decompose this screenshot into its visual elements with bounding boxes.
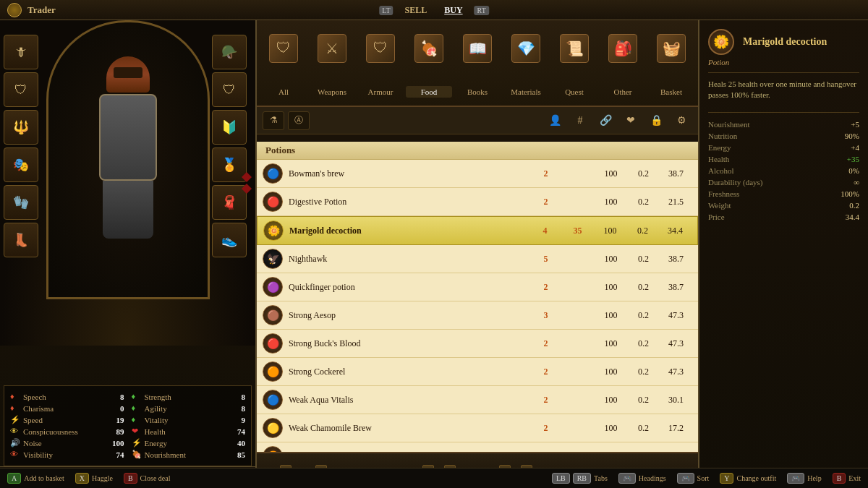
equip-slot-spear[interactable]: 🔱 — [4, 110, 38, 145]
filter-btn-1[interactable]: ⚗ — [263, 111, 284, 130]
item-icon: 🔴 — [263, 192, 283, 212]
equip-slot-shield[interactable]: 🛡 — [4, 72, 38, 107]
stat-charisma: ♦ Charisma 0 — [10, 403, 124, 414]
tab-label-quest[interactable]: Quest — [551, 86, 597, 98]
tab-quest[interactable]: 📜 — [551, 24, 597, 74]
tab-armour[interactable]: 🛡 — [357, 24, 404, 74]
tab-all[interactable]: 🛡 — [260, 24, 307, 74]
equip-slot-sword[interactable]: 🗡 — [4, 35, 38, 69]
stat-val: +4 — [851, 143, 859, 152]
stat-health: ❤ Health 74 — [132, 427, 246, 437]
table-row[interactable]: 🔵 Weak Aqua Vitalis 2 100 0.2 30.1 — [257, 386, 698, 414]
tab-label-all[interactable]: All — [260, 86, 307, 98]
nav-arrow-down[interactable] — [242, 184, 252, 194]
action-close-deal[interactable]: B Close deal — [124, 473, 171, 484]
equip-slot-badge[interactable]: 🔰 — [212, 110, 247, 145]
health-label: Health — [145, 427, 225, 436]
tab-basket[interactable]: 🧺 — [648, 24, 694, 74]
stat-name: Nourishment — [708, 120, 749, 129]
health-value: 74 — [227, 427, 245, 436]
item-icon: 🟠 — [263, 361, 283, 382]
stat-name: Durability (days) — [708, 178, 762, 187]
tab-label-materials[interactable]: Materials — [503, 86, 549, 98]
stat-val: 0% — [848, 166, 859, 175]
item-col2: 100 — [595, 197, 627, 207]
tab-label-books[interactable]: Books — [454, 86, 501, 98]
lt-badge: LT — [379, 6, 393, 15]
action-headings[interactable]: 🎮 Headings — [618, 473, 666, 484]
tab-materials[interactable]: 💎 — [503, 24, 549, 74]
equip-slot-shoes[interactable]: 👟 — [212, 223, 247, 257]
action-exit[interactable]: B Exit — [833, 473, 861, 484]
tab-materials-icon: 💎 — [511, 34, 540, 63]
table-row[interactable]: 🟤 Strong Aesop 3 100 0.2 47.3 — [257, 301, 698, 330]
table-row[interactable]: 🔴 Digestive Potion 2 100 0.2 21.5 — [257, 188, 698, 216]
table-row[interactable]: 🔴 Strong Buck's Blood 2 100 0.2 47.3 — [257, 330, 698, 358]
item-icon: 🔵 — [263, 390, 283, 410]
charisma-label: Charisma — [23, 404, 103, 413]
tab-food[interactable]: 🍖 — [406, 24, 452, 74]
item-table[interactable]: Potions 🔵 Bowman's brew 2 100 0.2 38.7 🔴… — [257, 142, 698, 452]
char-body — [99, 94, 157, 181]
speech-value: 8 — [106, 393, 124, 401]
filter-btn-2[interactable]: Ⓐ — [288, 111, 310, 130]
table-row-selected[interactable]: 🌼 Marigold decoction 4 35 100 0.2 34.4 — [257, 216, 698, 245]
table-row[interactable]: 🔵 Bowman's brew 2 100 0.2 38.7 — [257, 160, 698, 188]
equip-slot-mask[interactable]: 🎭 — [4, 147, 38, 182]
item-col3: 0.2 — [627, 367, 660, 377]
item-name: Bowman's brew — [289, 168, 529, 179]
noise-icon: 🔊 — [10, 438, 20, 448]
tab-label-food[interactable]: Food — [406, 86, 452, 98]
item-detail-type: Potion — [708, 58, 859, 67]
action-add-basket[interactable]: A Add to basket — [7, 473, 64, 484]
action-help[interactable]: 🎮 Help — [787, 473, 821, 484]
filter-icon-3: 🔗 — [595, 111, 616, 130]
tab-books[interactable]: 📖 — [454, 24, 501, 74]
stat-name: Alcohol — [708, 166, 733, 175]
equip-slot-helmet[interactable]: 🪖 — [212, 35, 247, 69]
stats-grid: ♦ Speech 8 ♦ Strength 8 ♦ Charisma 0 ♦ A… — [10, 392, 245, 460]
tab-label-other[interactable]: Other — [600, 86, 646, 98]
equip-slot-glove[interactable]: 🧤 — [4, 185, 38, 220]
item-col2: 100 — [595, 367, 627, 377]
filter-icon-2: # — [569, 111, 591, 130]
action-haggle[interactable]: X Haggle — [75, 473, 113, 484]
action-sort[interactable]: 🎮 Sort — [677, 473, 710, 484]
equip-slot-boot[interactable]: 👢 — [4, 223, 38, 257]
speech-label: Speech — [23, 393, 103, 401]
item-qty: 2 — [529, 395, 562, 406]
nav-arrow-up[interactable] — [242, 172, 252, 182]
filter-icon-6: ⚙ — [671, 111, 692, 130]
table-section-potions: Potions — [257, 142, 698, 160]
add-basket-badge: A — [7, 473, 21, 484]
tab-label-weapons[interactable]: Weapons — [309, 86, 355, 98]
table-row[interactable]: 🟣 Quickfinger potion 2 100 0.2 38.7 — [257, 273, 698, 301]
tabs-label: Tabs — [594, 474, 608, 482]
equip-slot-armor[interactable]: 🛡 — [212, 72, 247, 107]
tab-other[interactable]: 🎒 — [600, 24, 646, 74]
speech-icon: ♦ — [10, 392, 20, 402]
table-row[interactable]: 🟠 Strong Cockerel 2 100 0.2 47.3 — [257, 358, 698, 386]
tab-label-armour[interactable]: Armour — [357, 86, 404, 98]
item-col2: 100 — [595, 282, 627, 293]
tab-weapons[interactable]: ⚔ — [309, 24, 355, 74]
detail-stat-alcohol: Alcohol 0% — [708, 165, 859, 176]
title-text: Trader — [27, 4, 56, 16]
stat-val: 100% — [841, 189, 859, 198]
table-row[interactable]: 🟠 Weak Fox 100 0.2 30.1 — [257, 442, 698, 452]
table-row[interactable]: 🟡 Weak Chamomile Brew 2 100 0.2 17.2 — [257, 414, 698, 442]
headings-label: Headings — [639, 474, 666, 482]
stat-name: Weight — [708, 201, 731, 210]
conspicuousness-icon: 👁 — [10, 427, 20, 437]
item-col4: 34.4 — [659, 226, 692, 236]
tab-label-basket[interactable]: Basket — [648, 86, 694, 98]
tab-icons-row: 🛡 ⚔ 🛡 🍖 📖 💎 📜 🎒 🧺 — [257, 20, 698, 78]
detail-stats: Nourishment +5 Nutrition 90% Energy +4 H… — [708, 112, 859, 223]
help-badge: 🎮 — [787, 473, 804, 484]
action-tabs[interactable]: LB RB Tabs — [552, 473, 608, 484]
item-icon: 🦅 — [263, 249, 283, 269]
action-change-outfit[interactable]: Y Change outfit — [720, 473, 776, 484]
sell-button[interactable]: SELL — [399, 4, 433, 17]
buy-button[interactable]: BUY — [438, 4, 468, 17]
table-row[interactable]: 🦅 Nighthawk 5 100 0.2 38.7 — [257, 245, 698, 273]
